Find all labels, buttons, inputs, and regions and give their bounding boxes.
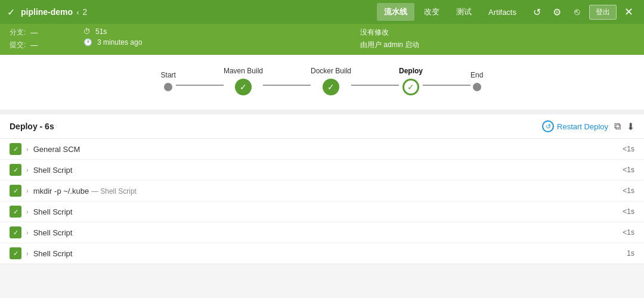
step-duration-5: <1s [617,228,634,237]
step-expand-1[interactable]: › [26,145,29,153]
check-icon: ✓ [7,7,15,18]
tab-changes[interactable]: 改变 [417,3,447,21]
stage-docker: Docker Build ✓ [311,67,351,95]
connector-1 [176,85,224,86]
tab-pipeline[interactable]: 流水线 [377,3,414,21]
settings-button[interactable]: ⚙ [549,4,565,20]
build-number: 2 [82,7,87,17]
build-separator: ‹ [76,8,79,17]
step-duration-4: <1s [617,207,634,216]
stage-end: End [470,71,483,91]
stage-deploy: Deploy ✓ [399,67,423,95]
header-icons: ↺ ⚙ ⎋ 登出 ✕ [528,4,637,20]
step-check-4: ✓ [10,206,21,218]
step-row-2: ✓ › Shell Script <1s [0,160,644,181]
step-name-1: General SCM [33,145,617,154]
external-button[interactable]: ⎋ [569,4,586,20]
deploy-section: Deploy - 6s ↺ Restart Deploy ⧉ ⬇ ✓ › Gen… [0,114,644,264]
step-check-1: ✓ [10,143,21,155]
step-check-6: ✓ [10,247,21,259]
refresh-button[interactable]: ↺ [528,4,545,20]
step-duration-3: <1s [617,187,634,195]
step-name-3: mkdir -p ~/.kube — Shell Script [33,187,617,195]
logout-button[interactable]: 登出 [589,5,617,20]
commit-value: — [30,41,38,49]
step-expand-5[interactable]: › [26,229,29,236]
deploy-header: Deploy - 6s ↺ Restart Deploy ⧉ ⬇ [0,114,644,139]
stage-maven-node: ✓ [235,79,252,95]
pipeline-stages: Start Maven Build ✓ Docker Build ✓ Deplo… [0,55,644,110]
step-row-5: ✓ › Shell Script <1s [0,222,644,243]
step-row-3: ✓ › mkdir -p ~/.kube — Shell Script <1s [0,181,644,201]
step-name-4: Shell Script [33,207,617,216]
connector-2 [263,85,311,86]
time-icon: 🕐 [83,38,92,46]
stage-start-label: Start [161,71,176,79]
stage-maven-label: Maven Build [224,67,263,75]
step-duration-2: <1s [617,166,634,174]
stage-docker-node: ✓ [323,79,339,95]
stage-start: Start [161,71,176,91]
stage-docker-label: Docker Build [311,67,351,75]
started-by: 由用户 admin 启动 [360,40,419,50]
step-duration-6: 1s [617,249,634,257]
step-duration-1: <1s [617,145,634,153]
deploy-title: Deploy - 6s [10,122,54,131]
connector-3 [351,85,399,86]
step-name-2: Shell Script [33,166,617,175]
tab-tests[interactable]: 测试 [449,3,479,21]
header-tabs: 流水线 改变 测试 Artifacts [377,3,524,21]
close-button[interactable]: ✕ [620,4,637,20]
stages-track: Start Maven Build ✓ Docker Build ✓ Deplo… [161,67,484,95]
external-link-button[interactable]: ⧉ [614,121,621,132]
stage-end-node [473,83,481,91]
time-ago: 3 minutes ago [97,38,142,46]
separator [0,110,644,114]
stage-start-node [164,83,172,91]
step-expand-2[interactable]: › [26,166,29,173]
step-expand-3[interactable]: › [26,187,29,194]
step-name-5: Shell Script [33,228,617,237]
branch-label: 分支: [10,27,26,38]
download-button[interactable]: ⬇ [627,121,634,132]
step-check-3: ✓ [10,185,21,197]
duration-value: 51s [95,27,107,36]
connector-4 [423,85,470,86]
commit-label: 提交: [10,40,26,50]
restart-deploy-button[interactable]: ↺ Restart Deploy [542,120,608,132]
header-left: ✓ pipline-demo ‹ 2 [7,7,377,18]
stage-end-label: End [470,71,483,79]
stage-maven: Maven Build ✓ [224,67,263,95]
step-check-5: ✓ [10,226,21,238]
step-row-4: ✓ › Shell Script <1s [0,201,644,222]
stage-deploy-node: ✓ [402,79,419,95]
duration-icon: ⏱ [83,27,91,36]
step-expand-6[interactable]: › [26,250,29,257]
deploy-actions: ↺ Restart Deploy ⧉ ⬇ [542,120,634,132]
restart-icon: ↺ [542,120,554,132]
restart-label: Restart Deploy [557,122,608,131]
step-expand-4[interactable]: › [26,208,29,215]
step-row: ✓ › General SCM <1s [0,139,644,160]
tab-artifacts[interactable]: Artifacts [481,3,524,21]
step-name-6: Shell Script [33,249,617,258]
no-changes: 没有修改 [360,27,389,38]
stage-deploy-label: Deploy [399,67,423,75]
step-sub-3: — Shell Script [91,187,137,195]
meta-bar: 分支: — 提交: — ⏱ 51s 🕐 3 minutes ago 没有修改 由… [0,24,644,55]
branch-value: — [30,29,38,37]
pipeline-name: pipline-demo [21,7,73,17]
step-check-2: ✓ [10,164,21,176]
header: ✓ pipline-demo ‹ 2 流水线 改变 测试 Artifacts ↺… [0,0,644,24]
step-row-6: ✓ › Shell Script 1s [0,243,644,264]
